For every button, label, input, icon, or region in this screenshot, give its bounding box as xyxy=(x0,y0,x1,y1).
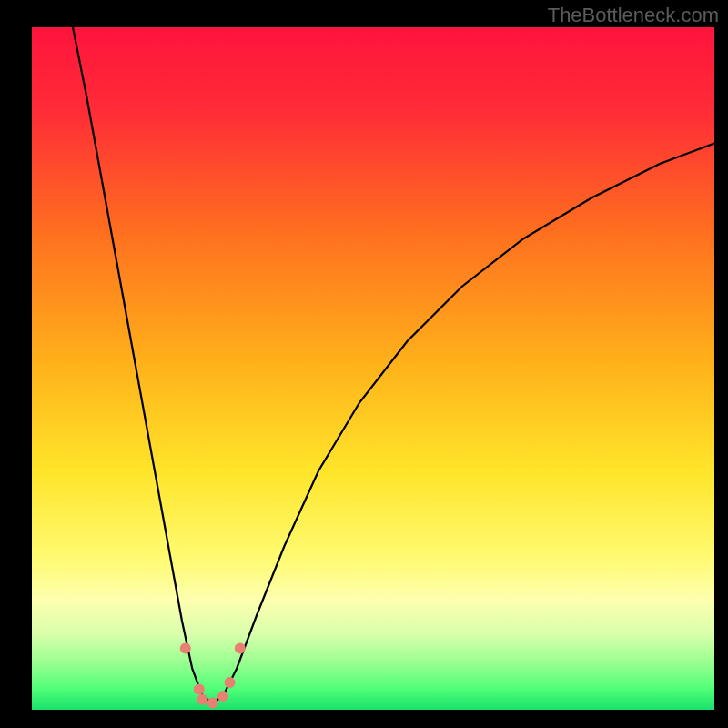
highlight-point xyxy=(194,684,205,695)
highlight-point xyxy=(197,694,208,705)
watermark-text: TheBottleneck.com xyxy=(548,4,719,27)
highlight-point xyxy=(180,643,191,654)
bottleneck-curve xyxy=(32,27,714,710)
curve-line xyxy=(73,27,714,703)
highlight-point xyxy=(217,691,228,702)
plot-area xyxy=(32,27,714,710)
chart-frame: TheBottleneck.com xyxy=(0,0,728,728)
highlight-point xyxy=(207,698,218,709)
highlight-point xyxy=(235,643,246,654)
highlight-point xyxy=(225,677,236,688)
